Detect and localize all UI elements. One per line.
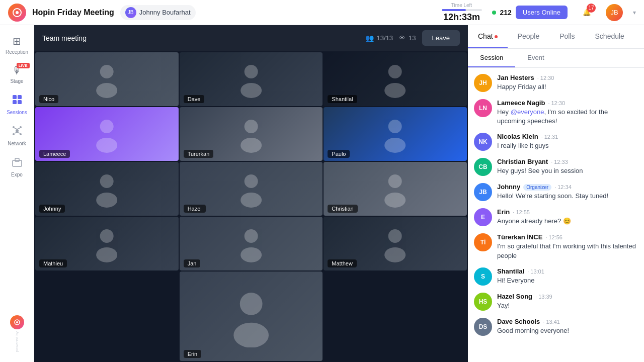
- sidebar-label-stage: Stage: [10, 78, 23, 84]
- svg-point-18: [16, 321, 18, 323]
- sub-tab-session[interactable]: Session: [468, 49, 515, 67]
- time-value: 12h:33m: [443, 12, 480, 23]
- message-sender-name: Jan Hesters: [497, 74, 534, 81]
- notification-badge: 17: [587, 4, 596, 13]
- message-body: Jan Hesters· 12:30Happy Friday all!: [497, 74, 638, 92]
- tab-people[interactable]: People: [508, 25, 550, 48]
- time-bar: [442, 9, 482, 11]
- svg-point-40: [240, 247, 262, 262]
- sub-tab-event[interactable]: Event: [515, 49, 556, 67]
- reception-icon: ⊞: [13, 35, 21, 47]
- message-header: Lameece Nagib· 12:30: [497, 99, 638, 107]
- svg-point-44: [233, 323, 269, 348]
- video-cell: Matthew: [324, 217, 467, 270]
- message-sender-name: Hazel Song: [497, 293, 532, 300]
- logo-icon: [8, 4, 26, 22]
- video-header: Team meeting 👥 13/13 👁 13 Leave: [34, 25, 468, 51]
- svg-point-9: [13, 133, 15, 135]
- sidebar-label-expo: Expo: [11, 172, 23, 177]
- svg-point-25: [100, 120, 114, 133]
- message-text: Happy Friday all!: [497, 82, 638, 92]
- message-avatar: Tİ: [474, 233, 492, 251]
- user-avatar: JB: [606, 4, 623, 21]
- participant-name-tag: Turerkan: [184, 150, 214, 158]
- message-header: Erin· 12:55: [497, 208, 638, 216]
- video-cell: Christian: [324, 162, 467, 216]
- right-panel: ChatPeoplePollsSchedule SessionEvent JHJ…: [468, 25, 644, 362]
- svg-point-30: [385, 138, 406, 153]
- chat-messages[interactable]: JHJan Hesters· 12:30Happy Friday all!LNL…: [468, 68, 644, 362]
- video-cell: Nico: [35, 52, 179, 106]
- main-content: ⊞ Reception LIVE 🎙 Stage Sessions: [0, 25, 644, 362]
- video-grid: Nico Dave Shantilal Lameece Turerkan Pau…: [34, 51, 468, 362]
- topbar-right: Time Left 12h:33m 212 Users Online 🔔 17 …: [442, 3, 636, 23]
- svg-point-42: [385, 247, 406, 262]
- video-area: Team meeting 👥 13/13 👁 13 Leave Nico Dav…: [34, 25, 468, 362]
- notifications-button[interactable]: 🔔 17: [578, 4, 596, 22]
- chat-dot: [495, 35, 498, 38]
- svg-rect-3: [18, 95, 22, 99]
- online-dot: [492, 11, 496, 15]
- chat-message: NKNicolas Klein· 12:31I really like it g…: [474, 133, 638, 151]
- viewers-count: 13: [409, 34, 416, 42]
- message-text: Good morning everyone!: [497, 326, 638, 335]
- host-badge: JB Johnny Boufarhat: [120, 5, 196, 20]
- participant-name-tag: Mathieu: [39, 259, 67, 267]
- message-body: Lameece Nagib· 12:30Hey @everyone, I'm s…: [497, 99, 638, 126]
- svg-point-41: [388, 229, 402, 243]
- message-time: · 12:55: [513, 209, 530, 215]
- chat-message: CBChristian Bryant· 12:33Hey guys! See y…: [474, 158, 638, 176]
- message-avatar: JB: [474, 183, 492, 201]
- host-avatar: JB: [125, 7, 136, 18]
- svg-point-10: [20, 133, 22, 135]
- sidebar-item-expo[interactable]: Expo: [3, 152, 32, 182]
- video-cell: Shantilal: [324, 52, 467, 106]
- chat-message: TİTürerkan İNCE· 12:56I'm so grateful th…: [474, 233, 638, 260]
- video-cell: Paulo: [324, 107, 467, 161]
- svg-point-29: [388, 120, 402, 133]
- sidebar-item-sessions[interactable]: Sessions: [3, 90, 32, 119]
- svg-point-6: [16, 129, 19, 132]
- message-sender-name: Dave Schools: [497, 318, 540, 325]
- participant-name-tag: Dave: [184, 95, 205, 103]
- participant-name-tag: Jan: [184, 259, 201, 267]
- svg-point-21: [245, 65, 258, 78]
- svg-rect-5: [18, 100, 22, 104]
- message-avatar: HS: [474, 293, 492, 311]
- chevron-down-icon[interactable]: ▾: [633, 9, 636, 16]
- message-body: Christian Bryant· 12:33Hey guys! See you…: [497, 158, 638, 176]
- svg-point-33: [245, 174, 258, 188]
- powered-logo: [10, 315, 24, 329]
- sidebar-item-stage[interactable]: LIVE 🎙 Stage: [3, 61, 32, 88]
- online-count: 212: [500, 9, 512, 17]
- tab-chat[interactable]: Chat: [468, 25, 508, 48]
- message-header: Nicolas Klein· 12:31: [497, 133, 638, 140]
- participant-name-tag: Nico: [39, 95, 58, 103]
- participant-name-tag: Matthew: [328, 259, 357, 267]
- tab-polls[interactable]: Polls: [549, 25, 585, 48]
- powered-by-label: powered by: [15, 331, 19, 352]
- participant-name-tag: Paulo: [328, 150, 350, 158]
- sidebar-item-reception[interactable]: ⊞ Reception: [3, 31, 32, 59]
- svg-line-11: [15, 128, 17, 129]
- chat-message: JBJohnnyOrganizer· 12:34Hello! We're sta…: [474, 183, 638, 201]
- svg-point-26: [96, 138, 117, 153]
- message-time: · 12:30: [548, 100, 565, 106]
- svg-rect-2: [13, 95, 17, 99]
- tab-schedule[interactable]: Schedule: [585, 25, 634, 48]
- video-cell: Johnny: [35, 162, 179, 216]
- message-header: Christian Bryant· 12:33: [497, 158, 638, 165]
- users-online-button[interactable]: Users Online: [516, 6, 568, 19]
- video-cell: Hazel: [180, 162, 323, 216]
- svg-point-43: [240, 293, 263, 315]
- message-sender-name: Johnny: [497, 183, 520, 191]
- message-text: Hey @everyone, I'm so excited for the up…: [497, 108, 638, 126]
- sidebar-item-network[interactable]: Network: [3, 121, 32, 150]
- message-text: Hello! We're starting soon. Stay tuned!: [497, 192, 638, 201]
- meeting-room-name: Team meeting: [42, 34, 87, 42]
- leave-button[interactable]: Leave: [422, 30, 460, 46]
- svg-point-1: [16, 11, 19, 14]
- eye-icon: 👁: [399, 34, 406, 42]
- message-header: JohnnyOrganizer· 12:34: [497, 183, 638, 191]
- message-text: I'm so grateful that I'm working with th…: [497, 242, 638, 260]
